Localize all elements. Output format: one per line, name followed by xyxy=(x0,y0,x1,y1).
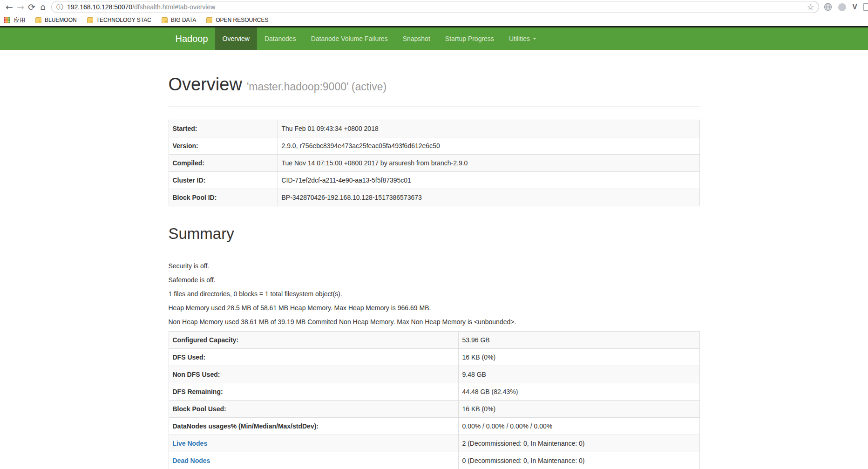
bookmark-star-icon[interactable]: ☆ xyxy=(807,2,814,12)
table-row: Configured Capacity: 53.96 GB xyxy=(169,332,699,349)
tab-startup-progress[interactable]: Startup Progress xyxy=(438,27,502,50)
address-bar[interactable]: ⓘ 192.168.10.128:50070/dfshealth.html#ta… xyxy=(51,1,819,13)
apps-grid-icon[interactable] xyxy=(4,17,10,23)
folder-icon xyxy=(87,17,93,23)
page-title: Overview'master.hadoop:9000' (active) xyxy=(169,74,700,97)
tab-datanodes[interactable]: Datanodes xyxy=(257,27,304,50)
summary-heading: Summary xyxy=(169,225,700,243)
row-label: Dead Nodes xyxy=(169,452,458,469)
row-label: Configured Capacity: xyxy=(169,332,458,349)
row-label: Non DFS Used: xyxy=(169,366,458,383)
row-value: BP-342870426-192.168.10.128-151738657367… xyxy=(278,189,699,206)
capacity-table: Configured Capacity: 53.96 GB DFS Used: … xyxy=(169,331,700,469)
row-label: Cluster ID: xyxy=(169,172,278,189)
extension-area: V xyxy=(824,3,868,11)
row-value: Tue Nov 14 07:15:00 +0800 2017 by arsure… xyxy=(278,155,699,172)
row-label: Block Pool Used: xyxy=(169,401,458,418)
sidebar-extension-icon[interactable] xyxy=(863,3,868,11)
hadoop-navbar: Hadoop Overview Datanodes Datanode Volum… xyxy=(0,27,868,50)
disabled-extension-icon[interactable] xyxy=(838,3,846,11)
summary-heap-memory: Heap Memory used 28.5 MB of 58.61 MB Hea… xyxy=(169,303,700,313)
table-row: Compiled: Tue Nov 14 07:15:00 +0800 2017… xyxy=(169,155,699,172)
bookmark-folder-bluemoon[interactable]: BLUEMOON xyxy=(35,17,77,23)
tab-overview[interactable]: Overview xyxy=(215,27,257,50)
bookmark-folder-open-resources[interactable]: OPEN RESOURCES xyxy=(206,17,268,23)
tab-datanode-volume-failures[interactable]: Datanode Volume Failures xyxy=(304,27,395,50)
row-label: DFS Remaining: xyxy=(169,383,458,401)
row-value: 44.48 GB (82.43%) xyxy=(458,383,699,401)
row-label: Started: xyxy=(169,120,278,137)
title-divider xyxy=(169,106,700,107)
row-label: Compiled: xyxy=(169,155,278,172)
row-label: DFS Used: xyxy=(169,349,458,366)
browser-toolbar: ← → ⟳ ⌂ ⓘ 192.168.10.128:50070/dfshealth… xyxy=(0,0,868,14)
folder-icon xyxy=(206,17,212,23)
live-nodes-link[interactable]: Live Nodes xyxy=(173,440,208,447)
globe-extension-icon[interactable] xyxy=(824,3,832,11)
page-content: Overview'master.hadoop:9000' (active) St… xyxy=(169,50,700,469)
chevron-down-icon xyxy=(533,38,536,40)
bookmark-folder-technology-stack[interactable]: TECHNOLOGY STAC xyxy=(87,17,151,23)
row-value: 0.00% / 0.00% / 0.00% / 0.00% xyxy=(458,418,699,435)
table-row: Version: 2.9.0, r756ebc8394e473ac25feac0… xyxy=(169,137,699,155)
table-row: Live Nodes 2 (Decommissioned: 0, In Main… xyxy=(169,435,699,452)
table-row: Started: Thu Feb 01 09:43:34 +0800 2018 xyxy=(169,120,699,137)
home-icon[interactable]: ⌂ xyxy=(37,1,48,13)
table-row: DFS Used: 16 KB (0%) xyxy=(169,349,699,366)
summary-security: Security is off. xyxy=(169,261,700,271)
row-value: 9.48 GB xyxy=(458,366,699,383)
row-value: 2.9.0, r756ebc8394e473ac25feac05fa493f6d… xyxy=(278,137,699,155)
row-label: DataNodes usages% (Min/Median/Max/stdDev… xyxy=(169,418,458,435)
row-value: 16 KB (0%) xyxy=(458,349,699,366)
row-value: 16 KB (0%) xyxy=(458,401,699,418)
site-info-icon[interactable]: ⓘ xyxy=(56,3,63,12)
hadoop-brand[interactable]: Hadoop xyxy=(169,27,215,50)
url-text[interactable]: 192.168.10.128:50070/dfshealth.html#tab-… xyxy=(67,3,803,11)
url-host: 192.168.10.128:50070 xyxy=(67,3,132,11)
reload-icon[interactable]: ⟳ xyxy=(26,1,37,13)
summary-safemode: Safemode is off. xyxy=(169,275,700,285)
v-extension-icon[interactable]: V xyxy=(852,3,857,11)
table-row: Block Pool ID: BP-342870426-192.168.10.1… xyxy=(169,189,699,206)
summary-non-heap-memory: Non Heap Memory used 38.61 MB of 39.19 M… xyxy=(169,317,700,326)
page-subtitle: 'master.hadoop:9000' (active) xyxy=(247,81,387,93)
back-icon[interactable]: ← xyxy=(4,1,15,13)
table-row: Dead Nodes 0 (Decommissioned: 0, In Main… xyxy=(169,452,699,469)
table-row: Cluster ID: CID-71ef2dcf-a211-4e90-aa13-… xyxy=(169,172,699,189)
table-row: Non DFS Used: 9.48 GB xyxy=(169,366,699,383)
folder-icon xyxy=(162,17,168,23)
row-label: Live Nodes xyxy=(169,435,458,452)
summary-filesystem-objects: 1 files and directories, 0 blocks = 1 to… xyxy=(169,289,700,299)
bookmark-folder-big-data[interactable]: BIG DATA xyxy=(162,17,196,23)
table-row: DataNodes usages% (Min/Median/Max/stdDev… xyxy=(169,418,699,435)
bookmarks-bar: 应用 BLUEMOON TECHNOLOGY STAC BIG DATA OPE… xyxy=(0,14,868,26)
row-value: 0 (Decommissioned: 0, In Maintenance: 0) xyxy=(458,452,699,469)
url-path: /dfshealth.html#tab-overview xyxy=(132,3,215,11)
row-label: Block Pool ID: xyxy=(169,189,278,206)
row-value: Thu Feb 01 09:43:34 +0800 2018 xyxy=(278,120,699,137)
row-value: 2 (Decommissioned: 0, In Maintenance: 0) xyxy=(458,435,699,452)
folder-icon xyxy=(35,17,41,23)
row-value: 53.96 GB xyxy=(458,332,699,349)
forward-icon[interactable]: → xyxy=(15,1,26,13)
dead-nodes-link[interactable]: Dead Nodes xyxy=(173,457,210,464)
tab-utilities[interactable]: Utilities xyxy=(502,27,544,50)
cluster-info-table: Started: Thu Feb 01 09:43:34 +0800 2018 … xyxy=(169,120,700,206)
tab-snapshot[interactable]: Snapshot xyxy=(395,27,438,50)
row-value: CID-71ef2dcf-a211-4e90-aa13-5f5f87395c01 xyxy=(278,172,699,189)
row-label: Version: xyxy=(169,137,278,155)
apps-label[interactable]: 应用 xyxy=(14,16,25,24)
table-row: DFS Remaining: 44.48 GB (82.43%) xyxy=(169,383,699,401)
table-row: Block Pool Used: 16 KB (0%) xyxy=(169,401,699,418)
